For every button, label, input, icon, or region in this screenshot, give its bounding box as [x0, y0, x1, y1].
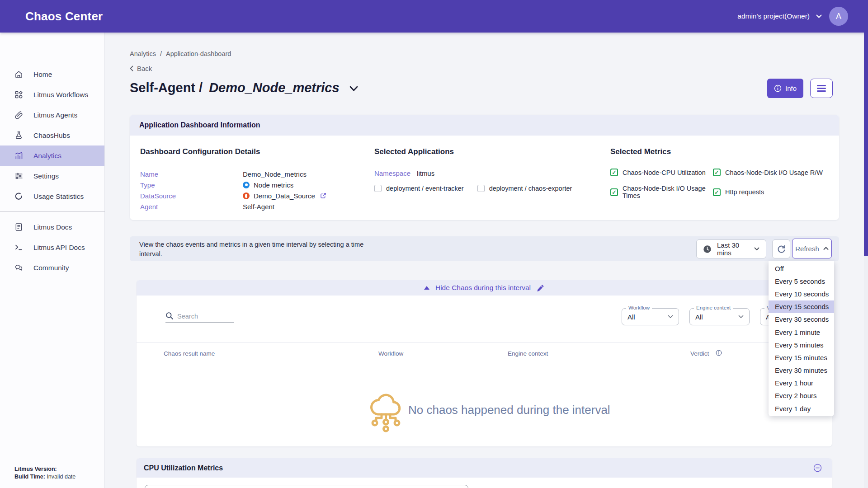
brand-title: Chaos Center	[25, 9, 103, 23]
refresh-rate-option[interactable]: Every 5 minutes	[769, 338, 834, 351]
sidebar-item-label: Litmus API Docs	[33, 244, 85, 252]
filter-value: All	[695, 313, 738, 321]
chaoshubs-icon	[14, 131, 24, 140]
sidebar-item[interactable]: Usage Statistics	[0, 186, 104, 206]
search-icon	[165, 312, 174, 320]
sidebar-item[interactable]: ChaosHubs	[0, 125, 104, 145]
chevron-down-icon	[754, 247, 760, 251]
filter-select[interactable]: Engine context All	[689, 308, 750, 325]
refresh-rate-option[interactable]: Every 30 seconds	[769, 313, 834, 326]
filter-label: Engine context	[694, 305, 733, 310]
name-value: Demo_Node_metrics	[243, 170, 307, 178]
sidebar-item[interactable]: Home	[0, 64, 104, 84]
sidebar-item[interactable]: Litmus Agents	[0, 105, 104, 125]
back-label: Back	[137, 65, 152, 72]
sidebar-item[interactable]: Community	[0, 258, 104, 278]
breadcrumb-current[interactable]: Application-dashboard	[166, 50, 231, 57]
agents-icon	[14, 110, 24, 120]
metric-checkbox-item: ✓ Chaos-Node-Disk I/O Usage Times	[610, 185, 713, 199]
metric-checkbox-item: ✓ Chaos-Node-Disk I/O Usage R/W	[713, 169, 823, 176]
chevron-up-icon	[823, 247, 829, 250]
checked-checkbox[interactable]: ✓	[713, 188, 721, 196]
chevron-left-icon	[130, 66, 133, 71]
project-selector[interactable]: admin's project(Owner)	[737, 12, 822, 20]
refresh-rate-select[interactable]: Refresh	[792, 239, 832, 258]
edit-pencil-icon[interactable]	[537, 284, 544, 292]
scrollbar-thumb[interactable]	[864, 33, 868, 256]
sidebar-item-label: Litmus Docs	[33, 223, 72, 231]
refresh-rate-option[interactable]: Every 1 hour	[769, 377, 834, 389]
clock-icon	[703, 245, 712, 253]
dashboard-info-card: Application Dashboard Information Dashbo…	[130, 115, 839, 220]
refresh-rate-option[interactable]: Every 10 seconds	[769, 287, 834, 300]
sidebar-item[interactable]: Litmus API Docs	[0, 237, 104, 258]
collapse-arrow-icon[interactable]	[424, 286, 429, 290]
collapse-minus-icon[interactable]	[813, 464, 822, 472]
metric-label: Chaos-Node-CPU Utilization	[623, 169, 706, 176]
refresh-now-button[interactable]	[772, 239, 790, 258]
metric-label: Http requests	[725, 188, 764, 196]
checked-checkbox[interactable]: ✓	[713, 169, 721, 176]
metric-checkbox-item: ✓ Chaos-Node-CPU Utilization	[610, 169, 713, 176]
namespace-label: Namespace	[374, 169, 410, 177]
breadcrumb-analytics[interactable]: Analytics	[130, 50, 156, 57]
sidebar-item-label: Settings	[33, 172, 59, 180]
sidebar-item[interactable]: Litmus Workflows	[0, 84, 104, 105]
time-range-select[interactable]: Last 30 mins	[696, 239, 766, 258]
info-button[interactable]: Info	[767, 79, 803, 98]
checked-checkbox[interactable]: ✓	[610, 169, 618, 176]
refresh-label: Refresh	[795, 245, 819, 253]
checked-checkbox[interactable]: ✓	[610, 188, 618, 196]
type-label: Type	[140, 181, 243, 189]
title-agent: Self-Agent /	[130, 80, 203, 95]
unchecked-checkbox[interactable]	[477, 185, 485, 192]
build-time-value: Invalid date	[47, 474, 75, 480]
info-button-label: Info	[785, 84, 797, 92]
filter-select[interactable]: Workflow All	[622, 308, 679, 325]
refresh-rate-option[interactable]: Every 1 day	[769, 402, 834, 415]
sidebar-nav: Home Litmus Workflows Litmus Agents Chao…	[0, 33, 104, 278]
refresh-rate-option[interactable]: Every 1 minute	[769, 326, 834, 338]
verdict-info-icon[interactable]	[716, 350, 722, 356]
usage-statistics-icon	[14, 192, 24, 201]
refresh-rate-option[interactable]: Every 15 minutes	[769, 351, 834, 364]
hide-chaos-label[interactable]: Hide Chaos during this interval	[435, 284, 531, 292]
search-input[interactable]	[177, 313, 231, 320]
refresh-rate-option[interactable]: Every 15 seconds	[769, 300, 834, 313]
back-button[interactable]: Back	[130, 65, 152, 72]
sidebar-item[interactable]: Litmus Docs	[0, 217, 104, 237]
unchecked-checkbox[interactable]	[374, 185, 382, 192]
metric-label: Chaos-Node-Disk I/O Usage Times	[623, 185, 713, 199]
analytics-icon	[14, 151, 24, 160]
interval-description: View the chaos events and metrics in a g…	[139, 240, 383, 259]
dashboard-menu-button[interactable]	[810, 79, 833, 98]
name-label: Name	[140, 170, 243, 178]
refresh-rate-option[interactable]: Every 2 hours	[769, 389, 834, 402]
top-bar-right: admin's project(Owner) A	[737, 7, 848, 26]
interval-bar: View the chaos events and metrics in a g…	[130, 236, 839, 261]
refresh-rate-option[interactable]: Every 5 seconds	[769, 275, 834, 287]
api-docs-icon	[14, 243, 24, 252]
chevron-down-icon	[738, 315, 744, 319]
breadcrumb: Analytics / Application-dashboard	[130, 50, 231, 57]
datasource-value: Demo_Data_Source	[254, 192, 315, 200]
docs-icon	[14, 222, 24, 232]
refresh-rate-menu: OffEvery 5 secondsEvery 10 secondsEvery …	[769, 261, 834, 416]
sidebar-item[interactable]: Analytics	[0, 145, 104, 166]
metric-label: Chaos-Node-Disk I/O Usage R/W	[725, 169, 823, 176]
selected-applications-title: Selected Applications	[374, 147, 572, 156]
cloud-network-icon	[368, 394, 404, 433]
configuration-details: Dashboard Configuration Details Name Dem…	[140, 147, 326, 212]
avatar[interactable]: A	[829, 7, 848, 26]
datasource-label: DataSource	[140, 192, 243, 200]
sidebar-item[interactable]: Settings	[0, 166, 104, 186]
agent-label: Agent	[140, 203, 243, 211]
page-title: Self-Agent / Demo_Node_metrics	[130, 80, 358, 95]
application-checkbox-item: deployment / event-tracker	[374, 185, 464, 192]
refresh-rate-option[interactable]: Every 30 minutes	[769, 364, 834, 377]
empty-state-message: No chaos happened during the interval	[408, 403, 610, 417]
chaos-table-card: Hide Chaos during this interval Workflow…	[137, 280, 832, 446]
external-link-icon[interactable]	[320, 192, 326, 199]
title-chevron-down-icon[interactable]	[349, 84, 358, 92]
refresh-rate-option[interactable]: Off	[769, 262, 834, 275]
